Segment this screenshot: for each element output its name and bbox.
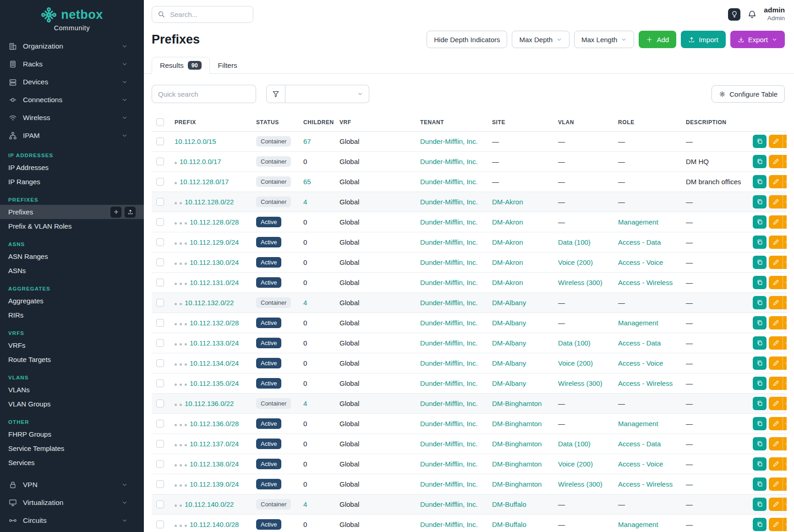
site-link[interactable]: DM-Albany	[492, 359, 526, 367]
edit-dropdown-button[interactable]	[783, 356, 787, 370]
row-checkbox[interactable]	[156, 218, 164, 226]
edit-button[interactable]	[769, 397, 783, 410]
global-search-input[interactable]	[169, 10, 262, 19]
sidebar-item-vlans[interactable]: VLANs	[0, 383, 144, 397]
site-link[interactable]: DM-Akron	[492, 238, 523, 246]
prefix-link[interactable]: 10.112.140.0/28	[190, 521, 239, 528]
role-link[interactable]: Management	[618, 218, 658, 226]
edit-button[interactable]	[769, 195, 783, 208]
sidebar-item-rirs[interactable]: RIRs	[0, 308, 144, 322]
prefix-link[interactable]: 10.112.129.0/24	[190, 238, 239, 246]
site-link[interactable]: DM-Akron	[492, 279, 523, 286]
edit-dropdown-button[interactable]	[783, 336, 787, 350]
tenant-link[interactable]: Dunder-Mifflin, Inc.	[420, 137, 478, 145]
column-header-site[interactable]: SITE	[487, 113, 553, 132]
max-length-dropdown[interactable]: Max Length	[574, 31, 634, 48]
tenant-link[interactable]: Dunder-Mifflin, Inc.	[420, 218, 478, 226]
edit-button[interactable]	[769, 316, 783, 329]
sidebar-item-vlan-groups[interactable]: VLAN Groups	[0, 397, 144, 411]
children-link[interactable]: 4	[303, 500, 307, 508]
column-header-vlan[interactable]: VLAN	[553, 113, 613, 132]
notifications-button[interactable]	[747, 10, 757, 19]
row-checkbox[interactable]	[156, 178, 164, 186]
tenant-link[interactable]: Dunder-Mifflin, Inc.	[420, 319, 478, 327]
children-link[interactable]: 4	[303, 299, 307, 307]
clone-button[interactable]	[753, 316, 767, 329]
tenant-link[interactable]: Dunder-Mifflin, Inc.	[420, 480, 478, 488]
edit-dropdown-button[interactable]	[783, 215, 787, 229]
prefix-link[interactable]: 10.112.138.0/24	[190, 460, 239, 468]
tenant-link[interactable]: Dunder-Mifflin, Inc.	[420, 279, 478, 286]
column-header-children[interactable]: CHILDREN	[299, 113, 335, 132]
prefix-link[interactable]: 10.112.128.0/17	[180, 178, 229, 186]
prefix-link[interactable]: 10.112.0.0/17	[180, 158, 221, 165]
sidebar-item-ip-ranges[interactable]: IP Ranges	[0, 175, 144, 189]
user-menu[interactable]: admin Admin	[764, 6, 785, 22]
children-link[interactable]: 65	[303, 178, 311, 186]
prefix-link[interactable]: 10.112.136.0/28	[190, 420, 239, 428]
sidebar-item-route-targets[interactable]: Route Targets	[0, 352, 144, 367]
tenant-link[interactable]: Dunder-Mifflin, Inc.	[420, 299, 478, 307]
clone-button[interactable]	[753, 175, 767, 188]
sidebar-item-asns[interactable]: ASNs	[0, 263, 144, 278]
site-link[interactable]: DM-Albany	[492, 319, 526, 327]
column-header-tenant[interactable]: TENANT	[416, 113, 487, 132]
prefix-link[interactable]: 10.112.140.0/22	[185, 500, 234, 508]
clone-button[interactable]	[753, 276, 767, 289]
clone-button[interactable]	[753, 356, 767, 370]
vlan-link[interactable]: Voice (200)	[558, 460, 593, 468]
clone-button[interactable]	[753, 215, 767, 229]
column-header-vrf[interactable]: VRF	[335, 113, 416, 132]
clone-button[interactable]	[753, 437, 767, 450]
tenant-link[interactable]: Dunder-Mifflin, Inc.	[420, 258, 478, 266]
children-link[interactable]: 4	[303, 198, 307, 206]
sidebar-item-virtualization[interactable]: Virtualization	[0, 494, 144, 511]
sidebar-item-aggregates[interactable]: Aggregates	[0, 294, 144, 308]
tenant-link[interactable]: Dunder-Mifflin, Inc.	[420, 178, 478, 186]
role-link[interactable]: Access - Wireless	[618, 379, 673, 387]
tenant-link[interactable]: Dunder-Mifflin, Inc.	[420, 420, 478, 428]
clone-button[interactable]	[753, 256, 767, 269]
vlan-link[interactable]: Voice (200)	[558, 359, 593, 367]
prefix-link[interactable]: 10.112.132.0/28	[190, 319, 239, 327]
clone-button[interactable]	[753, 417, 767, 430]
edit-dropdown-button[interactable]	[783, 135, 787, 148]
site-link[interactable]: DM-Akron	[492, 258, 523, 266]
edit-dropdown-button[interactable]	[783, 377, 787, 390]
netbox-logo[interactable]: netbox Community	[0, 0, 144, 35]
edit-button[interactable]	[769, 155, 783, 168]
sidebar-item-asn-ranges[interactable]: ASN Ranges	[0, 249, 144, 263]
role-link[interactable]: Access - Voice	[618, 460, 663, 468]
clone-button[interactable]	[753, 498, 767, 511]
clone-button[interactable]	[753, 296, 767, 309]
tenant-link[interactable]: Dunder-Mifflin, Inc.	[420, 158, 478, 165]
site-link[interactable]: DM-Binghamton	[492, 460, 542, 468]
vlan-link[interactable]: Wireless (300)	[558, 379, 602, 387]
saved-filter-select[interactable]	[285, 85, 369, 103]
edit-button[interactable]	[769, 135, 783, 148]
row-checkbox[interactable]	[156, 379, 164, 387]
prefix-link[interactable]: 10.112.131.0/24	[190, 279, 239, 286]
site-link[interactable]: DM-Buffalo	[492, 500, 526, 508]
clone-button[interactable]	[753, 457, 767, 471]
site-link[interactable]: DM-Albany	[492, 339, 526, 347]
vlan-link[interactable]: Data (100)	[558, 440, 591, 448]
prefix-link[interactable]: 10.112.133.0/24	[190, 339, 239, 347]
tenant-link[interactable]: Dunder-Mifflin, Inc.	[420, 521, 478, 528]
row-checkbox[interactable]	[156, 279, 164, 286]
edit-dropdown-button[interactable]	[783, 457, 787, 471]
max-depth-dropdown[interactable]: Max Depth	[512, 31, 569, 48]
edit-button[interactable]	[769, 477, 783, 491]
edit-button[interactable]	[769, 236, 783, 249]
edit-dropdown-button[interactable]	[783, 397, 787, 410]
tenant-link[interactable]: Dunder-Mifflin, Inc.	[420, 339, 478, 347]
sidebar-item-vrfs[interactable]: VRFs	[0, 338, 144, 352]
edit-dropdown-button[interactable]	[783, 477, 787, 491]
sidebar-item-service-templates[interactable]: Service Templates	[0, 441, 144, 455]
site-link[interactable]: DM-Buffalo	[492, 521, 526, 528]
hide-depth-indicators-button[interactable]: Hide Depth Indicators	[427, 31, 507, 48]
tenant-link[interactable]: Dunder-Mifflin, Inc.	[420, 238, 478, 246]
site-link[interactable]: DM-Albany	[492, 299, 526, 307]
site-link[interactable]: DM-Akron	[492, 218, 523, 226]
vlan-link[interactable]: Data (100)	[558, 238, 591, 246]
